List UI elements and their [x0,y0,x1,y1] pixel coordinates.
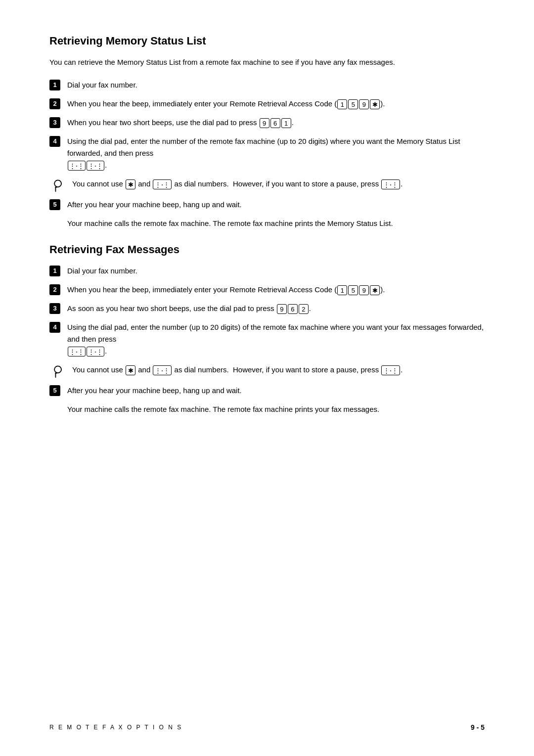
step-5-memory: 5 After you hear your machine beep, hang… [49,199,485,211]
note-text-memory: You cannot use ✱ and ⋮⋅⋮ as dial numbers… [72,178,485,190]
key-1a: 1 [281,118,291,128]
steps-list-fax: 1 Dial your fax number. 2 When you hear … [49,265,485,357]
magnifier-icon-2 [49,364,67,378]
fax-key-9: 9 [359,285,369,295]
step-number-3: 3 [49,117,60,128]
step-1-fax: 1 Dial your fax number. [49,265,485,277]
svg-point-0 [54,180,61,187]
step-3-memory: 3 When you hear two short beeps, use the… [49,117,485,129]
fax-step-number-5: 5 [49,385,60,396]
note-memory: You cannot use ✱ and ⋮⋅⋮ as dial numbers… [49,178,485,192]
steps-list-memory: 1 Dial your fax number. 2 When you hear … [49,79,485,171]
page: Retrieving Memory Status List You can re… [0,0,534,756]
step-number-5: 5 [49,199,60,210]
fax-step-number-4: 4 [49,322,60,333]
key-star: ✱ [370,99,380,109]
note-key-hash2: ⋮⋅⋮ [381,179,400,189]
fax-step-number-1: 1 [49,266,60,276]
section-title-memory: Retrieving Memory Status List [49,35,485,47]
note-key-star1: ✱ [126,179,135,189]
step-4-memory: 4 Using the dial pad, enter the number o… [49,135,485,171]
fax-key-1: 1 [337,285,347,295]
fax-step-number-2: 2 [49,284,60,295]
key-6a: 6 [270,118,280,128]
note2-key-hash1: ⋮⋅⋮ [153,365,172,375]
step-text-4: Using the dial pad, enter the number of … [67,135,485,171]
magnifier-icon [49,178,67,192]
step-4-fax: 4 Using the dial pad, enter the number (… [49,321,485,357]
step-3-fax: 3 As soon as you hear two short beeps, u… [49,303,485,314]
fax-key-9a: 9 [277,304,287,314]
fax-hash-key-1: ⋮⋅⋮ [68,347,86,356]
step-text-1: Dial your fax number. [67,79,485,91]
fax-step-number-3: 3 [49,303,60,314]
hash-key-2: ⋮⋅⋮ [87,161,104,171]
key-1: 1 [337,99,347,109]
step-5-fax: 5 After you hear your machine beep, hang… [49,385,485,397]
key-9: 9 [359,99,369,109]
fax-key-5: 5 [348,285,358,295]
step-number-1: 1 [49,80,60,90]
section-title-fax: Retrieving Fax Messages [49,243,485,256]
and-text-2: and [138,365,150,374]
step-number-2: 2 [49,98,60,109]
closing-text-memory: Your machine calls the remote fax machin… [67,218,485,229]
fax-hash-key-2: ⋮⋅⋮ [87,347,104,356]
note2-key-hash2: ⋮⋅⋮ [381,365,400,375]
step-text-2: When you hear the beep, immediately ente… [67,98,485,110]
step-2-fax: 2 When you hear the beep, immediately en… [49,284,485,296]
fax-step-text-1: Dial your fax number. [67,265,485,277]
note2-key-star1: ✱ [126,365,135,375]
step-text-5: After you hear your machine beep, hang u… [67,199,485,211]
step-text-3: When you hear two short beeps, use the d… [67,117,485,129]
note-key-hash1: ⋮⋅⋮ [153,179,172,189]
section-memory-status: Retrieving Memory Status List You can re… [49,35,485,229]
and-text-1: and [138,179,150,188]
footer-right: 9 - 5 [471,723,485,731]
fax-key-2a: 2 [299,304,309,314]
step-2-memory: 2 When you hear the beep, immediately en… [49,98,485,110]
fax-step-text-5: After you hear your machine beep, hang u… [67,385,485,397]
step-number-4: 4 [49,136,60,147]
closing-text-fax: Your machine calls the remote fax machin… [67,403,485,415]
step-1-memory: 1 Dial your fax number. [49,79,485,91]
key-5: 5 [348,99,358,109]
section-fax-messages: Retrieving Fax Messages 1 Dial your fax … [49,243,485,415]
note-text-fax: You cannot use ✱ and ⋮⋅⋮ as dial numbers… [72,364,485,376]
hash-key-1: ⋮⋅⋮ [68,161,86,171]
note-fax: You cannot use ✱ and ⋮⋅⋮ as dial numbers… [49,364,485,378]
key-9a: 9 [260,118,269,128]
intro-text-memory: You can retrieve the Memory Status List … [49,56,485,68]
fax-step-text-4: Using the dial pad, enter the number (up… [67,321,485,357]
fax-step-text-3: As soon as you hear two short beeps, use… [67,303,485,314]
page-footer: R E M O T E F A X O P T I O N S 9 - 5 [49,723,485,731]
fax-key-6a: 6 [288,304,298,314]
fax-key-star: ✱ [370,285,380,295]
svg-point-3 [54,366,61,373]
fax-step-text-2: When you hear the beep, immediately ente… [67,284,485,296]
footer-left: R E M O T E F A X O P T I O N S [49,724,182,731]
